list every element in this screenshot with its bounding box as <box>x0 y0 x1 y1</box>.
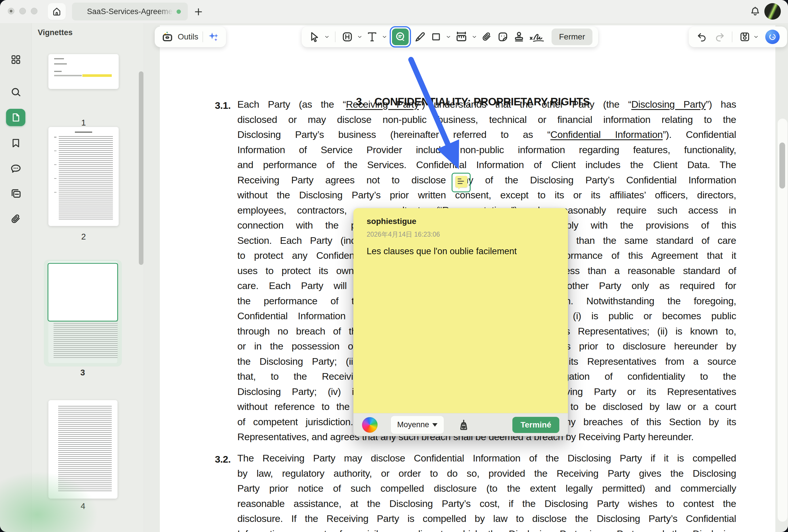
divider <box>732 32 732 42</box>
done-button[interactable]: Terminé <box>512 417 559 433</box>
title-bar: SaaS-Services-Agreement <box>0 0 788 23</box>
note-editor[interactable]: sophiestigue 2026年4月14日 16:23:06 Les cla… <box>353 208 568 413</box>
text-tool-menu[interactable] <box>381 29 388 45</box>
page-number: 4 <box>48 502 118 511</box>
file-actions-pill <box>689 26 787 47</box>
page-thumbnail-3-selected[interactable] <box>44 260 122 366</box>
doc-line: by law, regulatory authority, or order t… <box>237 468 736 483</box>
text-icon <box>366 30 378 43</box>
bookmark-icon <box>10 137 22 149</box>
pen-tool-button[interactable] <box>413 29 427 45</box>
ai-assistant-button[interactable] <box>765 30 780 44</box>
select-tool-button[interactable] <box>307 29 322 45</box>
sidebar-comments-button[interactable] <box>0 160 32 178</box>
redo-icon <box>714 31 726 43</box>
sidebar-attachments-button[interactable] <box>0 210 32 228</box>
scrollbar-thumb[interactable] <box>780 143 785 188</box>
visible-area-indicator <box>47 263 118 322</box>
new-tab-button[interactable] <box>192 6 204 18</box>
sidebar-thumbnails-button[interactable] <box>6 109 25 126</box>
window-controls <box>8 8 37 14</box>
tools-pill: Outils <box>155 26 226 47</box>
close-window-button[interactable] <box>8 8 14 14</box>
shape-tool-menu[interactable] <box>445 29 452 45</box>
ai-swirl-icon <box>768 32 777 42</box>
page-thumbnail-1[interactable] <box>48 54 119 89</box>
toolbox-icon[interactable] <box>161 30 174 43</box>
tab-title: SaaS-Services-Agreement <box>87 7 174 16</box>
unsaved-changes-dot <box>177 9 181 14</box>
highlight-tool-button[interactable] <box>340 29 355 45</box>
page-number: 2 <box>48 232 119 242</box>
arrow-annotation[interactable] <box>403 55 472 179</box>
sticker-tool-button[interactable] <box>496 29 510 45</box>
color-wheel-icon[interactable] <box>362 417 378 433</box>
sidebar-search-button[interactable] <box>0 83 32 102</box>
select-tool-menu[interactable] <box>323 29 330 45</box>
document-tab[interactable]: SaaS-Services-Agreement <box>72 3 188 20</box>
close-tools-button[interactable]: Fermer <box>552 28 592 45</box>
measure-tool-menu[interactable] <box>471 29 478 45</box>
stamp-tool-button[interactable] <box>512 29 526 45</box>
signature-icon <box>529 30 545 43</box>
reading-mode-button[interactable] <box>0 530 32 532</box>
ai-sparkles-icon[interactable] <box>207 30 220 43</box>
doc-line: reasonable assistance, at the Disclosing… <box>237 498 736 513</box>
note-timestamp: 2026年4月14日 16:23:06 <box>367 230 440 239</box>
bell-icon <box>749 6 761 17</box>
attach-icon <box>481 31 493 43</box>
zoom-window-button[interactable] <box>31 8 37 14</box>
sidebar-pages-button[interactable] <box>0 185 32 203</box>
doc-line: The Receiving Party may disclose Confide… <box>237 453 736 468</box>
redo-button[interactable] <box>714 31 726 43</box>
divider <box>202 32 203 42</box>
doc-line: disclosed or may disclose non-public bus… <box>237 114 736 129</box>
page-thumbnail-4[interactable] <box>48 400 118 498</box>
sidebar-bookmarks-button[interactable] <box>0 134 32 152</box>
sticky-note-icon[interactable] <box>455 176 468 187</box>
attachment-icon <box>9 213 22 225</box>
doc-line: Disclosing Party’s business (hereinafter… <box>237 129 736 144</box>
sticker-icon <box>496 30 509 43</box>
user-avatar[interactable] <box>764 3 781 20</box>
save-button[interactable] <box>739 31 759 43</box>
signature-tool-button[interactable] <box>528 29 546 45</box>
note-popup: sophiestigue 2026年4月14日 16:23:06 Les cla… <box>353 208 568 436</box>
page-number: 3 <box>47 368 118 377</box>
comments-icon <box>9 162 22 175</box>
save-icon <box>739 31 751 43</box>
text-tool-button[interactable] <box>365 29 379 45</box>
minimize-window-button[interactable] <box>19 8 26 14</box>
note-size-select[interactable]: Moyenne <box>391 416 444 434</box>
doc-line: without the Disclosing Party’s prior wri… <box>237 189 736 205</box>
doc-line: Information of Service Provider include … <box>237 144 736 160</box>
measure-tool-button[interactable] <box>454 29 469 45</box>
doc-line: Party prior notice of such compelled dis… <box>237 483 736 498</box>
clear-formatting-button[interactable] <box>456 417 471 433</box>
comment-tool-button-selected[interactable] <box>390 26 411 47</box>
shape-tool-button[interactable] <box>429 29 443 45</box>
highlight-tool-menu[interactable] <box>356 29 363 45</box>
pen-icon <box>414 30 426 43</box>
divider <box>335 32 336 42</box>
panel-scrollbar[interactable] <box>139 71 143 265</box>
home-button[interactable] <box>48 3 66 20</box>
measure-icon <box>455 30 468 43</box>
pointer-icon <box>309 31 320 43</box>
left-rail <box>0 23 32 532</box>
notifications-button[interactable] <box>749 5 762 18</box>
doc-line: Receiving Party agrees not to disclose a… <box>237 175 736 190</box>
chevron-down-icon <box>753 34 759 40</box>
page-number: 1 <box>48 118 119 127</box>
attach-tool-button[interactable] <box>479 29 494 45</box>
tools-label[interactable]: Outils <box>178 32 198 41</box>
doc-line: disclosure. If the Receiving Party is co… <box>237 513 736 528</box>
sidebar-grid-button[interactable] <box>0 50 32 69</box>
shape-icon <box>430 31 442 43</box>
clause-number: 3.1. <box>215 100 231 111</box>
note-size-value: Moyenne <box>397 420 432 429</box>
note-text[interactable]: Les clauses que l'on oublie facilement <box>367 246 517 257</box>
page-thumbnail-2[interactable] <box>48 127 119 226</box>
doc-line: Information as part of a civil proceedin… <box>237 528 736 532</box>
undo-button[interactable] <box>696 31 708 43</box>
